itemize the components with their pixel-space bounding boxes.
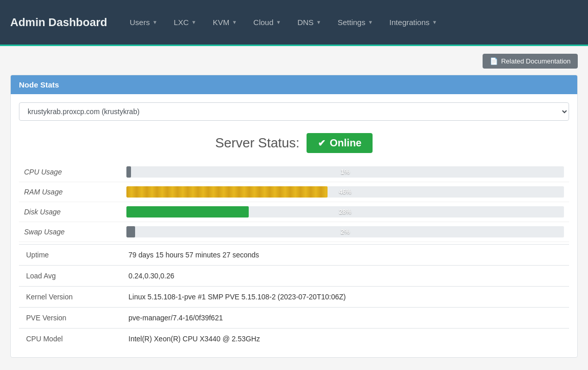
nav-dns-label: DNS xyxy=(297,18,314,27)
info-row: Load Avg 0.24,0.30,0.26 xyxy=(19,266,569,287)
node-stats-card: Node Stats krustykrab.proxcp.com (krusty… xyxy=(10,75,578,358)
nav-integrations[interactable]: Integrations ▼ xyxy=(382,14,444,31)
nav-dns[interactable]: DNS ▼ xyxy=(290,14,329,31)
nav-lxc-arrow: ▼ xyxy=(191,19,197,25)
swap-row: Swap Usage 2% xyxy=(19,222,569,242)
nav-kvm[interactable]: KVM ▼ xyxy=(206,14,244,31)
ram-value: 46% xyxy=(339,188,351,195)
swap-value: 2% xyxy=(341,228,350,235)
ram-progress: 46% xyxy=(126,186,564,198)
card-title: Node Stats xyxy=(19,80,59,89)
nav-users-arrow: ▼ xyxy=(153,19,158,25)
card-body: krustykrab.proxcp.com (krustykrab) Serve… xyxy=(11,94,577,357)
card-header: Node Stats xyxy=(11,75,577,94)
navbar-brand[interactable]: Admin Dashboard xyxy=(10,16,107,29)
info-label-1: Load Avg xyxy=(19,266,121,287)
disk-label: Disk Usage xyxy=(19,202,121,222)
info-row: Uptime 79 days 15 hours 57 minutes 27 se… xyxy=(19,245,569,266)
info-label-0: Uptime xyxy=(19,245,121,266)
server-status-row: Server Status: ✔ Online xyxy=(19,133,569,153)
cpu-progress: 1% xyxy=(126,166,564,178)
info-table: Uptime 79 days 15 hours 57 minutes 27 se… xyxy=(19,244,569,349)
doc-icon: 📄 xyxy=(490,57,498,65)
cpu-fill xyxy=(126,166,131,178)
info-value-3: pve-manager/7.4-16/0f39f621 xyxy=(121,308,569,329)
info-row: PVE Version pve-manager/7.4-16/0f39f621 xyxy=(19,308,569,329)
nav-cloud[interactable]: Cloud ▼ xyxy=(246,14,288,31)
info-label-4: CPU Model xyxy=(19,329,121,350)
nav-cloud-arrow: ▼ xyxy=(276,19,281,25)
nav-kvm-arrow: ▼ xyxy=(232,19,237,25)
status-badge: ✔ Online xyxy=(307,133,373,153)
info-value-2: Linux 5.15.108-1-pve #1 SMP PVE 5.15.108… xyxy=(121,287,569,308)
disk-fill xyxy=(126,206,249,217)
swap-label: Swap Usage xyxy=(19,222,121,242)
nav-items: Users ▼ LXC ▼ KVM ▼ Cloud ▼ DNS ▼ Settin… xyxy=(122,14,444,31)
nav-dns-arrow: ▼ xyxy=(316,19,321,25)
server-status-label: Server Status: xyxy=(215,135,300,151)
nav-settings-arrow: ▼ xyxy=(368,19,373,25)
ram-fill xyxy=(126,186,328,198)
cpu-label: CPU Usage xyxy=(19,162,121,182)
nav-integrations-arrow: ▼ xyxy=(432,19,437,25)
disk-progress: 28% xyxy=(126,206,564,217)
info-row: Kernel Version Linux 5.15.108-1-pve #1 S… xyxy=(19,287,569,308)
nav-cloud-label: Cloud xyxy=(253,18,273,27)
info-label-2: Kernel Version xyxy=(19,287,121,308)
cpu-row: CPU Usage 1% xyxy=(19,162,569,182)
ram-row: RAM Usage 46% xyxy=(19,182,569,202)
info-value-1: 0.24,0.30,0.26 xyxy=(121,266,569,287)
doc-btn-row: 📄 Related Documentation xyxy=(10,54,578,69)
swap-bar-cell: 2% xyxy=(121,222,569,242)
ram-bar-cell: 46% xyxy=(121,182,569,202)
info-label-3: PVE Version xyxy=(19,308,121,329)
disk-row: Disk Usage 28% xyxy=(19,202,569,222)
nav-integrations-label: Integrations xyxy=(389,18,429,27)
cpu-bar-cell: 1% xyxy=(121,162,569,182)
nav-settings-label: Settings xyxy=(338,18,365,27)
nav-users-label: Users xyxy=(129,18,149,27)
info-value-0: 79 days 15 hours 57 minutes 27 seconds xyxy=(121,245,569,266)
nav-users[interactable]: Users ▼ xyxy=(122,14,164,31)
related-docs-button[interactable]: 📄 Related Documentation xyxy=(483,54,578,69)
cpu-value: 1% xyxy=(341,168,350,176)
doc-btn-label: Related Documentation xyxy=(501,57,571,65)
nav-settings[interactable]: Settings ▼ xyxy=(331,14,380,31)
ram-label: RAM Usage xyxy=(19,182,121,202)
status-text: Online xyxy=(330,137,361,149)
swap-fill xyxy=(126,226,135,237)
node-selector[interactable]: krustykrab.proxcp.com (krustykrab) xyxy=(19,102,569,121)
page-content: 📄 Related Documentation Node Stats krust… xyxy=(0,46,588,365)
nav-kvm-label: KVM xyxy=(213,18,230,27)
disk-bar-cell: 28% xyxy=(121,202,569,222)
info-value-4: Intel(R) Xeon(R) CPU X3440 @ 2.53GHz xyxy=(121,329,569,350)
swap-progress: 2% xyxy=(126,226,564,237)
info-row: CPU Model Intel(R) Xeon(R) CPU X3440 @ 2… xyxy=(19,329,569,350)
nav-lxc[interactable]: LXC ▼ xyxy=(167,14,204,31)
disk-value: 28% xyxy=(339,208,351,215)
check-icon: ✔ xyxy=(318,138,325,149)
navbar: Admin Dashboard Users ▼ LXC ▼ KVM ▼ Clou… xyxy=(0,0,588,46)
stats-table: CPU Usage 1% RAM Usage xyxy=(19,162,569,242)
nav-lxc-label: LXC xyxy=(174,18,189,27)
